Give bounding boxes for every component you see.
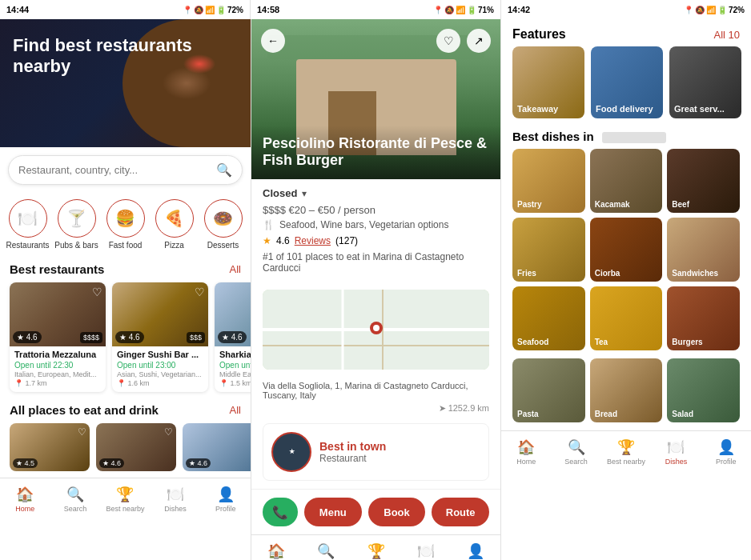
favorite-button[interactable]: ♡ — [436, 29, 460, 53]
dish-label-0: Pastry — [517, 200, 542, 209]
feature-label-1: Food delivery — [596, 104, 653, 114]
status-bar-panel1: 14:44 📍🔕📶🔋 72% — [0, 0, 251, 19]
restaurant-card-1[interactable]: ★ 4.6 ♡ $$$ Ginger Sushi Bar ... Open un… — [112, 282, 208, 392]
fork-knife-icon: 🍴 — [263, 219, 275, 230]
time-label-1: 14:44 — [6, 5, 29, 14]
dish-card-8[interactable]: Burgers — [667, 286, 740, 350]
nav-best-1[interactable]: 🏆 Best nearby — [100, 478, 151, 519]
detail-hero-overlay: Pesciolino Ristorante di Pesce & Fish Bu… — [251, 126, 500, 179]
place-card-3[interactable]: ★ 4.6 ♡ — [183, 423, 251, 471]
profile-icon-3: 👤 — [717, 438, 735, 456]
category-item-2[interactable]: 🍔 Fast food — [103, 199, 147, 250]
card-distance-2: 📍 1.5 km — [219, 379, 251, 387]
dish-card-extra-1[interactable]: Pasta — [512, 358, 585, 422]
card-image-0: ★ 4.6 ♡ $$$$ — [10, 282, 106, 346]
card-info-0: Trattoria Mezzaluna Open until 22:30 Ita… — [10, 346, 106, 392]
category-item-4[interactable]: 🍩 Desserts — [201, 199, 245, 250]
recommended-section: ★ Best in town Restaurant — [263, 423, 489, 481]
menu-button[interactable]: Menu — [304, 498, 362, 526]
detail-hero: ← ♡ ↗ Pesciolino Ristorante di Pesce & F… — [251, 19, 500, 179]
category-item-1[interactable]: 🍸 Pubs & bars — [54, 199, 98, 250]
card-cuisine-0: Italian, European, Medit... — [14, 370, 101, 378]
chevron-down-icon[interactable]: ▾ — [302, 188, 307, 199]
nav-search-2[interactable]: 🔍 Search — [301, 535, 351, 560]
category-icon-0: 🍽️ — [9, 199, 47, 238]
nav-profile-2[interactable]: 👤 Profile — [451, 535, 500, 560]
dish-card-2[interactable]: Beef — [667, 149, 740, 213]
nav-dishes-label-3: Dishes — [665, 458, 688, 466]
category-label-4: Desserts — [207, 241, 239, 250]
nav-dishes-1[interactable]: 🍽️ Dishes — [151, 478, 201, 519]
dish-card-1[interactable]: Kacamak — [590, 149, 663, 213]
dish-card-4[interactable]: Ciorba — [590, 218, 663, 282]
nav-profile-1[interactable]: 👤 Profile — [200, 478, 251, 519]
place-card-1[interactable]: ★ 4.5 ♡ — [10, 423, 90, 471]
search-button[interactable]: 🔍 — [216, 162, 232, 178]
all-places-all[interactable]: All — [230, 404, 241, 416]
dish-card-0[interactable]: Pastry — [512, 149, 585, 213]
card-name-2: Sharkia — [219, 350, 251, 360]
nav-best-2[interactable]: 🏆 Best nearby — [351, 535, 400, 560]
reviews-count: (127) — [335, 235, 358, 246]
status-bar-panel3: 14:42 📍🔕📶🔋 72% — [501, 0, 751, 19]
share-button[interactable]: ↗ — [467, 29, 491, 53]
back-button[interactable]: ← — [261, 29, 285, 53]
restaurant-card-0[interactable]: ★ 4.6 ♡ $$$$ Trattoria Mezzaluna Open un… — [10, 282, 106, 392]
status-icons-3: 📍🔕📶🔋 72% — [684, 6, 745, 14]
dish-label-4: Ciorba — [595, 269, 620, 278]
feature-card-2[interactable]: Great serv... — [669, 46, 741, 118]
place-card-2[interactable]: ★ 4.6 ♡ — [96, 423, 176, 471]
bottom-nav-panel3: 🏠 Home 🔍 Search 🏆 Best nearby 🍽️ Dishes … — [501, 430, 751, 472]
home-icon-1: 🏠 — [16, 486, 34, 503]
rank-text: #1 of 101 places to eat in Marina di Cas… — [263, 251, 489, 274]
dish-card-3[interactable]: Fries — [512, 218, 585, 282]
recommended-label: Best in town — [319, 440, 480, 453]
reviews-link[interactable]: Reviews — [295, 235, 331, 246]
dish-card-7[interactable]: Tea — [590, 286, 663, 350]
nav-search-3[interactable]: 🔍 Search — [551, 431, 600, 472]
best-dishes-header: Best dishes in — [501, 126, 751, 149]
nav-home-3[interactable]: 🏠 Home — [501, 431, 551, 472]
category-item-3[interactable]: 🍕 Pizza — [152, 199, 196, 250]
nav-home-1[interactable]: 🏠 Home — [0, 478, 50, 519]
status-bars: 14:44 📍🔕📶🔋 72% 14:58 📍🔕📶🔋 71% 14:42 📍🔕📶🔋… — [0, 0, 751, 19]
nav-dishes-2[interactable]: 🍽️ Dishes — [401, 535, 451, 560]
card-name-0: Trattoria Mezzaluna — [14, 350, 101, 360]
category-icon-4: 🍩 — [204, 199, 243, 238]
map-background — [263, 290, 489, 370]
search-bar[interactable]: 🔍 — [8, 155, 243, 185]
best-restaurants-header: Best restaurants All — [0, 256, 251, 279]
dish-card-extra-2[interactable]: Bread — [590, 358, 663, 422]
feature-card-1[interactable]: Food delivery — [591, 46, 663, 118]
nav-search-1[interactable]: 🔍 Search — [50, 478, 101, 519]
card-heart-1[interactable]: ♡ — [195, 286, 205, 298]
dish-label-7: Tea — [595, 338, 608, 346]
best-restaurants-all[interactable]: All — [230, 263, 241, 275]
nav-profile-3[interactable]: 👤 Profile — [701, 431, 751, 472]
nav-dishes-3[interactable]: 🍽️ Dishes — [651, 431, 701, 472]
book-button[interactable]: Book — [368, 498, 426, 526]
dish-card-6[interactable]: Seafood — [512, 286, 585, 350]
dish-card-extra-3[interactable]: Salad — [667, 358, 740, 422]
card-cuisine-1: Asian, Sushi, Vegetarian... — [117, 370, 203, 378]
card-heart-0[interactable]: ♡ — [92, 286, 102, 298]
nav-home-2[interactable]: 🏠 Home — [251, 535, 301, 560]
route-button[interactable]: Route — [432, 498, 489, 526]
status-closed: Closed — [263, 187, 297, 199]
time-label-3: 14:42 — [508, 5, 530, 14]
card-cuisine-2: Middle Easter... — [219, 370, 251, 378]
search-input[interactable] — [18, 164, 216, 176]
cuisine-text: Seafood, Wine bars, Vegetarian options — [279, 219, 448, 230]
dish-card-5[interactable]: Sandwiches — [667, 218, 740, 282]
map-container[interactable] — [263, 290, 489, 370]
call-button[interactable]: 📞 — [263, 498, 298, 526]
feature-card-0[interactable]: Takeaway — [512, 46, 584, 118]
feature-label-0: Takeaway — [517, 104, 558, 114]
all-features-link[interactable]: All 10 — [713, 29, 740, 41]
nav-best-3[interactable]: 🏆 Best nearby — [601, 431, 651, 472]
dishes-icon-3: 🍽️ — [667, 438, 685, 456]
trophy-icon-2: 🏆 — [367, 542, 385, 560]
card-status-1: Open until 23:00 — [117, 361, 203, 370]
restaurant-card-2[interactable]: ★ 4.6 ♡ Sharkia Open until 23 Middle Eas… — [215, 282, 251, 392]
category-item-0[interactable]: 🍽️ Restaurants — [6, 199, 50, 250]
